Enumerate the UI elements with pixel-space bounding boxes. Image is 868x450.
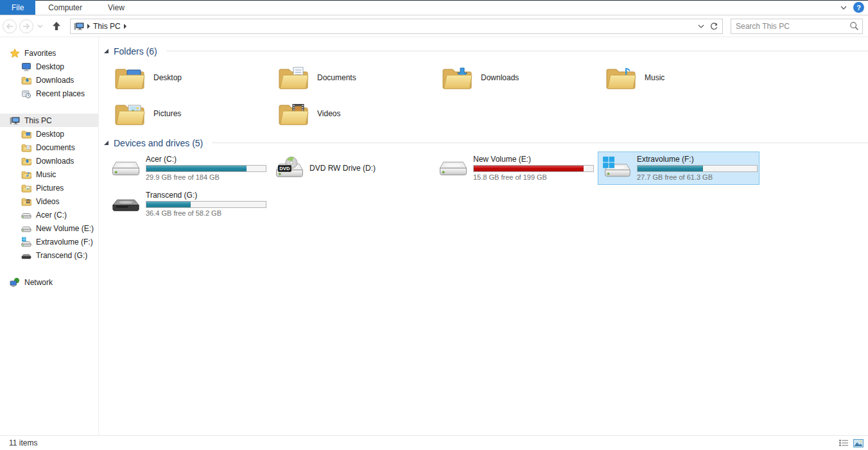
capacity-bar [146,201,266,208]
folder-pictures-icon [114,100,145,128]
folder-desktop-icon [114,64,145,92]
capacity-fill [146,166,247,171]
sidebar-item-this-pc[interactable]: This PC [0,114,98,127]
up-button[interactable] [52,21,61,31]
address-controls [698,22,720,31]
group-title[interactable]: Folders (6) [114,46,157,56]
tab-computer[interactable]: Computer [35,0,95,15]
sidebar-item-documents[interactable]: Documents [0,141,98,154]
network-label: Network [24,278,53,287]
sidebar-item-network[interactable]: Network [0,275,98,289]
collapse-group-icon[interactable] [104,49,108,53]
search-input[interactable] [731,19,863,34]
breadcrumb-this-pc[interactable]: This PC [93,22,121,31]
sidebar-item-extravolume-f[interactable]: Extravolume (F:) [0,235,98,248]
sidebar-item-desktop[interactable]: Desktop [0,127,98,141]
sidebar-label: Acer (C:) [36,211,67,220]
drive-name: Acer (C:) [146,155,266,164]
drive-name: Transcend (G:) [146,191,266,200]
folder-tile-downloads[interactable]: Downloads [434,60,598,96]
drives-grid: Acer (C:) 29.9 GB free of 184 GB [107,151,868,221]
sidebar-item-acer-c[interactable]: Acer (C:) [0,208,98,221]
sidebar-item-downloads[interactable]: Downloads [0,154,98,168]
sidebar-label: Documents [36,143,75,152]
tab-view[interactable]: View [95,0,137,15]
folder-tile-desktop[interactable]: Desktop [107,60,270,96]
drive-caption: 27.7 GB free of 61.3 GB [637,173,758,181]
drive-name: Extravolume (F:) [637,155,758,164]
sidebar-item-recent-places[interactable]: Recent places [0,87,98,100]
sidebar-item-fav-downloads[interactable]: Downloads [0,73,98,87]
sidebar-item-music[interactable]: Music [0,168,98,181]
search-icon[interactable] [849,21,859,31]
sidebar-label: Videos [36,197,59,206]
folder-label: Videos [317,109,340,118]
sidebar-item-transcend-g[interactable]: Transcend (G:) [0,248,98,262]
capacity-fill [638,166,703,171]
folder-tile-videos[interactable]: Videos [270,96,434,132]
capacity-fill [474,166,584,171]
sidebar-item-new-volume-e[interactable]: New Volume (E:) [0,221,98,235]
drive-tile-transcend-g[interactable]: Transcend (G:) 36.4 GB free of 58.2 GB [107,187,268,221]
breadcrumb-arrow-icon[interactable] [87,24,90,29]
sidebar-item-favorites[interactable]: Favorites [0,46,98,60]
sidebar-item-videos[interactable]: Videos [0,195,98,208]
details-view-icon[interactable] [837,437,850,449]
drive-windows-icon [21,237,31,247]
drive-name: DVD RW Drive (D:) [309,164,376,173]
drive-tile-extravolume-f[interactable]: Extravolume (F:) 27.7 GB free of 61.3 GB [598,151,759,185]
folder-videos-icon [21,196,31,207]
item-count: 11 items [9,438,37,447]
sidebar-label: Downloads [36,76,74,85]
sidebar-label: Pictures [36,184,64,193]
folder-documents-icon [21,143,31,153]
sidebar-item-pictures[interactable]: Pictures [0,181,98,195]
collapse-group-icon[interactable] [104,141,108,145]
ribbon-tab-bar: File Computer View ? [0,0,868,15]
folder-download-icon [21,156,31,166]
folder-download-icon [21,75,31,85]
main-area: Favorites Desktop Downloads [0,37,868,435]
drive-icon [21,210,31,220]
drive-tile-new-volume-e[interactable]: New Volume (E:) 15.8 GB free of 199 GB [434,151,596,185]
drive-external-icon [111,192,141,216]
back-button[interactable] [3,19,17,33]
computer-icon [74,21,84,31]
sidebar-item-fav-desktop[interactable]: Desktop [0,60,98,73]
folder-tile-pictures[interactable]: Pictures [107,96,270,132]
folder-videos-icon [278,100,309,128]
tab-file[interactable]: File [0,0,35,15]
navigation-bar: This PC [0,15,868,37]
computer-icon [10,116,20,126]
refresh-icon[interactable] [709,22,718,31]
sidebar-label: Transcend (G:) [36,251,87,260]
forward-button[interactable] [19,19,33,33]
file-explorer-window: File Computer View ? This [0,0,868,450]
folder-label: Pictures [153,109,181,118]
folder-label: Downloads [481,73,519,82]
folder-tile-documents[interactable]: Documents [270,60,434,96]
folder-desktop-icon [21,129,31,139]
capacity-bar [637,165,758,172]
address-dropdown-icon[interactable] [698,24,704,28]
large-icons-view-icon[interactable] [852,437,865,449]
this-pc-group: This PC Desktop Documents Downloads Musi… [0,114,98,262]
recent-locations-icon[interactable] [37,24,43,28]
folder-label: Documents [317,73,356,82]
group-title[interactable]: Devices and drives (5) [114,138,203,148]
breadcrumb-arrow-icon[interactable] [124,24,126,29]
capacity-fill [146,202,191,207]
drive-tile-acer-c[interactable]: Acer (C:) 29.9 GB free of 184 GB [107,151,268,185]
drive-caption: 29.9 GB free of 184 GB [146,173,266,181]
address-bar[interactable]: This PC [70,19,723,34]
folder-label: Music [645,73,664,82]
this-pc-label: This PC [24,116,52,125]
folder-tile-music[interactable]: Music [598,60,761,96]
folder-music-icon [605,64,636,92]
ribbon-right-controls: ? [840,0,868,15]
drive-tile-dvd-d[interactable]: DVD DVD RW Drive (D:) [270,151,432,185]
sidebar-label: Downloads [36,157,74,166]
help-icon[interactable]: ? [853,2,864,13]
minimize-ribbon-icon[interactable] [840,6,847,10]
sidebar-label: Extravolume (F:) [36,238,93,247]
